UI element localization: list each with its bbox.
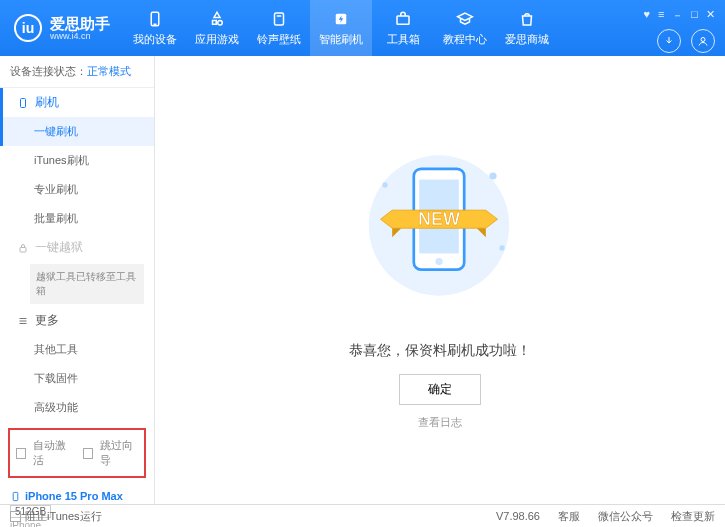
sidebar-item-download-firmware[interactable]: 下载固件 bbox=[0, 364, 154, 393]
sidebar-item-pro-flash[interactable]: 专业刷机 bbox=[0, 175, 154, 204]
phone-icon bbox=[10, 491, 21, 502]
view-log-link[interactable]: 查看日志 bbox=[349, 415, 531, 430]
svg-rect-2 bbox=[275, 13, 284, 25]
sidebar-item-advanced[interactable]: 高级功能 bbox=[0, 393, 154, 422]
section-flash[interactable]: 刷机 bbox=[0, 88, 154, 117]
logo-icon: iu bbox=[14, 14, 42, 42]
nav-apps-games[interactable]: 应用游戏 bbox=[186, 0, 248, 56]
nav-store[interactable]: 爱思商城 bbox=[496, 0, 558, 56]
wechat-link[interactable]: 微信公众号 bbox=[598, 509, 653, 524]
svg-rect-5 bbox=[397, 16, 409, 24]
titlebar: iu 爱思助手 www.i4.cn 我的设备 应用游戏 铃声壁纸 智能刷机 工具… bbox=[0, 0, 725, 56]
svg-rect-7 bbox=[21, 98, 26, 107]
nav-my-device[interactable]: 我的设备 bbox=[124, 0, 186, 56]
flash-icon bbox=[332, 10, 350, 28]
success-message: 恭喜您，保资料刷机成功啦！ bbox=[349, 342, 531, 360]
main-panel: NEW 恭喜您，保资料刷机成功啦！ 确定 查看日志 bbox=[155, 56, 725, 504]
sidebar-item-other-tools[interactable]: 其他工具 bbox=[0, 335, 154, 364]
device-icon bbox=[146, 10, 164, 28]
lock-icon bbox=[17, 242, 29, 254]
connection-status: 设备连接状态：正常模式 bbox=[0, 56, 154, 88]
svg-point-14 bbox=[382, 182, 387, 187]
tutorial-icon bbox=[456, 10, 474, 28]
svg-point-15 bbox=[489, 172, 496, 179]
ringtone-icon bbox=[270, 10, 288, 28]
body: 设备连接状态：正常模式 刷机 一键刷机 iTunes刷机 专业刷机 批量刷机 一… bbox=[0, 56, 725, 504]
app-url: www.i4.cn bbox=[50, 31, 110, 41]
sidebar: 设备连接状态：正常模式 刷机 一键刷机 iTunes刷机 专业刷机 批量刷机 一… bbox=[0, 56, 155, 504]
svg-point-19 bbox=[435, 258, 442, 265]
ok-button[interactable]: 确定 bbox=[399, 374, 481, 405]
success-illustration: NEW 恭喜您，保资料刷机成功啦！ 确定 查看日志 bbox=[349, 130, 531, 430]
new-phone-icon: NEW bbox=[349, 130, 529, 330]
apps-icon bbox=[208, 10, 226, 28]
phone-icon bbox=[17, 97, 29, 109]
app-name: 爱思助手 bbox=[50, 16, 110, 31]
check-update-link[interactable]: 检查更新 bbox=[671, 509, 715, 524]
maximize-button[interactable]: □ bbox=[691, 8, 698, 20]
svg-point-6 bbox=[701, 37, 705, 41]
version-label: V7.98.66 bbox=[496, 510, 540, 522]
jailbreak-note: 越狱工具已转移至工具箱 bbox=[30, 264, 144, 304]
svg-text:NEW: NEW bbox=[418, 209, 460, 229]
nav-tutorials[interactable]: 教程中心 bbox=[434, 0, 496, 56]
app-logo: iu 爱思助手 www.i4.cn bbox=[0, 0, 124, 56]
minimize-button[interactable]: － bbox=[672, 8, 683, 23]
close-button[interactable]: ✕ bbox=[706, 8, 715, 21]
section-jailbreak: 一键越狱 bbox=[0, 233, 154, 262]
nav-ringtones[interactable]: 铃声壁纸 bbox=[248, 0, 310, 56]
support-link[interactable]: 客服 bbox=[558, 509, 580, 524]
menu-icon[interactable]: ♥ bbox=[643, 8, 650, 20]
download-button[interactable] bbox=[657, 29, 681, 53]
settings-icon[interactable]: ≡ bbox=[658, 8, 664, 20]
nav-smart-flash[interactable]: 智能刷机 bbox=[310, 0, 372, 56]
user-button[interactable] bbox=[691, 29, 715, 53]
svg-rect-12 bbox=[13, 492, 18, 500]
nav-toolbox[interactable]: 工具箱 bbox=[372, 0, 434, 56]
sidebar-item-batch-flash[interactable]: 批量刷机 bbox=[0, 204, 154, 233]
block-itunes-checkbox[interactable]: 阻止iTunes运行 bbox=[10, 509, 102, 524]
sidebar-item-oneclick-flash[interactable]: 一键刷机 bbox=[0, 117, 154, 146]
svg-point-16 bbox=[499, 245, 504, 250]
window-controls: ♥ ≡ － □ ✕ bbox=[643, 4, 715, 23]
options-box: 自动激活 跳过向导 bbox=[8, 428, 146, 478]
store-icon bbox=[518, 10, 536, 28]
titlebar-right: ♥ ≡ － □ ✕ bbox=[633, 0, 725, 56]
auto-activate-checkbox[interactable]: 自动激活 bbox=[16, 438, 71, 468]
svg-rect-8 bbox=[20, 247, 26, 252]
toolbox-icon bbox=[394, 10, 412, 28]
skip-guide-checkbox[interactable]: 跳过向导 bbox=[83, 438, 138, 468]
top-nav: 我的设备 应用游戏 铃声壁纸 智能刷机 工具箱 教程中心 爱思商城 bbox=[124, 0, 633, 56]
device-name[interactable]: iPhone 15 Pro Max bbox=[10, 490, 144, 502]
sidebar-item-itunes-flash[interactable]: iTunes刷机 bbox=[0, 146, 154, 175]
section-more[interactable]: 更多 bbox=[0, 306, 154, 335]
list-icon bbox=[17, 315, 29, 327]
